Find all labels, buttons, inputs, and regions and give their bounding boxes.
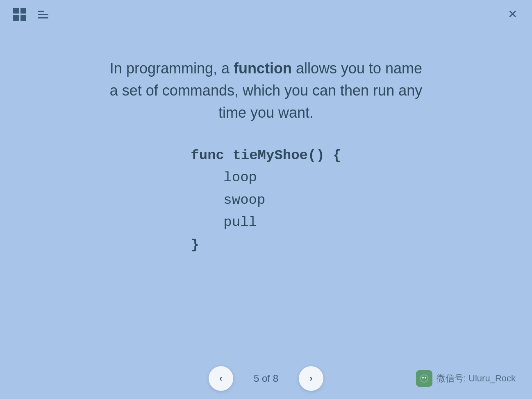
- code-line-1: func tieMyShoe() {: [191, 144, 341, 166]
- code-line-4: pull: [191, 211, 341, 233]
- main-content: In programming, a function allows you to…: [0, 33, 532, 358]
- code-line-2: loop: [191, 166, 341, 189]
- top-bar: ✕: [0, 0, 532, 29]
- page-indicator: 5 of 8: [250, 373, 282, 384]
- watermark-text: 微信号: Uluru_Rock: [437, 372, 516, 385]
- prev-button[interactable]: ‹: [209, 366, 233, 391]
- code-line-3: swoop: [191, 189, 341, 211]
- prev-arrow-icon: ‹: [219, 373, 222, 384]
- close-button[interactable]: ✕: [506, 8, 519, 21]
- top-left-controls: [13, 8, 48, 21]
- wechat-icon: [416, 370, 432, 387]
- code-block: func tieMyShoe() { loop swoop pull }: [191, 144, 341, 256]
- description-text: In programming, a function allows you to…: [106, 57, 426, 124]
- watermark: 微信号: Uluru_Rock: [416, 370, 516, 387]
- grid-view-icon[interactable]: [13, 8, 26, 21]
- code-line-5: }: [191, 234, 341, 256]
- list-view-icon[interactable]: [38, 11, 48, 18]
- next-button[interactable]: ›: [299, 366, 323, 391]
- svg-point-1: [425, 377, 426, 378]
- svg-point-0: [422, 377, 424, 378]
- next-arrow-icon: ›: [309, 373, 312, 384]
